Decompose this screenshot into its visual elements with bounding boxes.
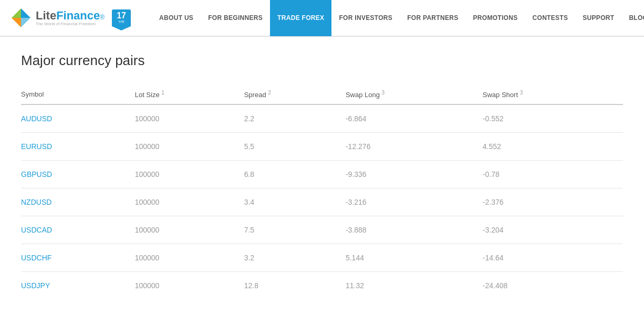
logo-area: LiteFinance® The World of Financial Free… [11,7,131,28]
nav-for-investors[interactable]: FOR INVESTORS [331,0,400,36]
lot-size-cell: 100000 [135,133,244,161]
swap-short-cell: -0.552 [483,104,623,133]
swap-long-cell: -6.864 [346,104,483,133]
currency-pairs-table: Symbol Lot Size 1 Spread 2 Swap Long 3 S… [21,85,623,299]
symbol-cell[interactable]: USDCAD [21,216,135,244]
col-symbol: Symbol [21,85,135,104]
page-title: Major currency pairs [21,52,623,69]
table-row: GBPUSD1000006.8-9.336-0.78 [21,161,623,188]
table-row: EURUSD1000005.5-12.2764.552 [21,133,623,161]
col-swap-long: Swap Long 3 [346,85,483,104]
table-row: USDCHF1000003.25.144-14.64 [21,244,623,272]
svg-marker-3 [21,18,30,27]
swap-short-cell: -3.204 [483,216,623,244]
table-header: Symbol Lot Size 1 Spread 2 Swap Long 3 S… [21,85,623,104]
table-header-row: Symbol Lot Size 1 Spread 2 Swap Long 3 S… [21,85,623,104]
symbol-cell[interactable]: NZDUSD [21,188,135,216]
col-lot-size: Lot Size 1 [135,85,244,104]
svg-marker-1 [21,8,30,18]
anniversary-badge: 17 YR [112,9,131,27]
symbol-cell[interactable]: USDJPY [21,272,135,300]
badge-number: 17 [117,12,126,20]
symbol-cell[interactable]: USDCHF [21,244,135,272]
table-body: AUDUSD1000002.2-6.864-0.552EURUSD1000005… [21,104,623,299]
table-row: USDCAD1000007.5-3.888-3.204 [21,216,623,244]
logo-text: LiteFinance® The World of Financial Free… [36,10,105,26]
table-row: USDJPY10000012.811.32-24.408 [21,272,623,300]
table-row: AUDUSD1000002.2-6.864-0.552 [21,104,623,133]
nav-support[interactable]: SUPPORT [575,0,621,36]
main-nav: ABOUT US FOR BEGINNERS TRADE FOREX FOR I… [152,0,644,36]
lot-size-cell: 100000 [135,188,244,216]
swap-long-cell: 5.144 [346,244,483,272]
lot-size-cell: 100000 [135,272,244,300]
col-swap-short: Swap Short 3 [483,85,623,104]
swap-short-cell: 4.552 [483,133,623,161]
nav-contests[interactable]: CONTESTS [525,0,576,36]
svg-marker-0 [12,8,21,18]
nav-about-us[interactable]: ABOUT US [152,0,201,36]
logo-finance: Finance [56,10,100,22]
symbol-cell[interactable]: EURUSD [21,133,135,161]
logo-trademark: ® [100,14,105,20]
spread-cell: 3.4 [244,188,346,216]
table-row: NZDUSD1000003.4-3.216-2.376 [21,188,623,216]
nav-trade-forex[interactable]: TRADE FOREX [270,0,331,36]
lot-size-cell: 100000 [135,216,244,244]
col-spread: Spread 2 [244,85,346,104]
nav-blog[interactable]: BLOG [621,0,644,36]
swap-short-cell: -0.78 [483,161,623,188]
spread-cell: 3.2 [244,244,346,272]
swap-short-cell: -14.64 [483,244,623,272]
swap-long-cell: -3.888 [346,216,483,244]
spread-cell: 2.2 [244,104,346,133]
swap-long-cell: -3.216 [346,188,483,216]
spread-cell: 7.5 [244,216,346,244]
nav-promotions[interactable]: PROMOTIONS [466,0,525,36]
lot-size-cell: 100000 [135,104,244,133]
spread-cell: 6.8 [244,161,346,188]
spread-cell: 5.5 [244,133,346,161]
logo-tagline: The World of Financial Freedom [36,22,105,26]
nav-for-partners[interactable]: FOR PARTNERS [400,0,465,36]
spread-cell: 12.8 [244,272,346,300]
logo-lite: Lite [36,10,56,22]
swap-long-cell: 11.32 [346,272,483,300]
swap-long-cell: -9.336 [346,161,483,188]
swap-short-cell: -24.408 [483,272,623,300]
swap-long-cell: -12.276 [346,133,483,161]
symbol-cell[interactable]: AUDUSD [21,104,135,133]
symbol-cell[interactable]: GBPUSD [21,161,135,188]
site-header: LiteFinance® The World of Financial Free… [0,0,644,37]
swap-short-cell: -2.376 [483,188,623,216]
badge-unit: YR [119,20,124,25]
lot-size-cell: 100000 [135,244,244,272]
logo-diamond-icon [11,7,32,28]
lot-size-cell: 100000 [135,161,244,188]
svg-marker-2 [12,18,21,27]
main-content: Major currency pairs Symbol Lot Size 1 S… [0,37,644,315]
nav-for-beginners[interactable]: FOR BEGINNERS [201,0,270,36]
